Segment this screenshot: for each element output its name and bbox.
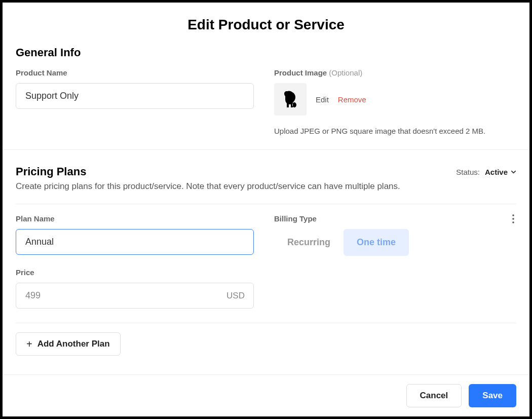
plan-name-label: Plan Name — [16, 214, 254, 223]
price-currency: USD — [226, 291, 245, 301]
svg-point-1 — [512, 218, 514, 220]
product-image-thumbnail[interactable] — [274, 83, 307, 116]
edit-image-link[interactable]: Edit — [316, 95, 329, 104]
pricing-header: Pricing Plans Status: Active — [16, 150, 516, 178]
plus-icon: + — [26, 339, 32, 349]
billing-recurring-option[interactable]: Recurring — [274, 229, 344, 256]
product-image-optional: (Optional) — [329, 68, 362, 77]
status-dropdown[interactable]: Active — [485, 168, 516, 176]
pricing-description: Create pricing plans for this product/se… — [16, 181, 516, 192]
product-name-label: Product Name — [16, 68, 254, 77]
general-info-section: General Info Product Name Product Image … — [3, 46, 529, 149]
status-wrap: Status: Active — [456, 168, 516, 176]
product-image-label: Product Image (Optional) — [274, 68, 516, 77]
general-info-title: General Info — [16, 46, 516, 59]
save-button[interactable]: Save — [469, 384, 516, 407]
add-plan-section: + Add Another Plan — [16, 323, 516, 356]
plan-grid: Plan Name Billing Type Recurring — [16, 214, 516, 256]
pricing-plans-title: Pricing Plans — [16, 165, 86, 178]
svg-point-2 — [512, 221, 514, 223]
price-input[interactable] — [16, 283, 254, 309]
pricing-plans-section: Pricing Plans Status: Active Create pric… — [3, 150, 529, 356]
modal-header: Edit Product or Service — [3, 3, 529, 46]
cancel-button[interactable]: Cancel — [406, 384, 462, 407]
plan-section: Plan Name Billing Type Recurring — [16, 204, 516, 356]
add-plan-label: Add Another Plan — [37, 339, 110, 349]
modal-title: Edit Product or Service — [3, 17, 529, 33]
product-name-input[interactable] — [16, 83, 254, 109]
price-section: Price USD — [16, 268, 516, 309]
status-label: Status: — [456, 168, 480, 176]
plan-name-column: Plan Name — [16, 214, 254, 256]
product-image-column: Product Image (Optional) Edit Remove Upl… — [274, 68, 516, 135]
more-vertical-icon — [512, 214, 514, 223]
plan-name-input[interactable] — [16, 229, 254, 255]
billing-onetime-option[interactable]: One time — [344, 229, 409, 256]
edit-product-modal: Edit Product or Service General Info Pro… — [0, 0, 532, 419]
add-another-plan-button[interactable]: + Add Another Plan — [16, 332, 121, 356]
chevron-down-icon — [511, 169, 516, 175]
svg-point-0 — [512, 214, 514, 216]
price-label: Price — [16, 268, 516, 277]
product-name-column: Product Name — [16, 68, 254, 135]
billing-type-toggle: Recurring One time — [274, 229, 516, 256]
billing-type-label: Billing Type — [274, 214, 516, 223]
status-value-text: Active — [485, 168, 508, 176]
image-help-text: Upload JPEG or PNG square image that doe… — [274, 127, 516, 135]
modal-footer: Cancel Save — [3, 374, 529, 416]
product-image-row: Edit Remove — [274, 83, 516, 116]
product-image-label-text: Product Image — [274, 68, 327, 77]
general-info-grid: Product Name Product Image (Optional) Ed… — [16, 68, 516, 149]
gorilla-icon — [279, 88, 301, 110]
billing-type-column: Billing Type Recurring One time — [274, 214, 516, 256]
remove-image-link[interactable]: Remove — [338, 95, 366, 104]
plan-more-menu[interactable] — [510, 212, 516, 227]
price-input-wrap: USD — [16, 283, 254, 309]
